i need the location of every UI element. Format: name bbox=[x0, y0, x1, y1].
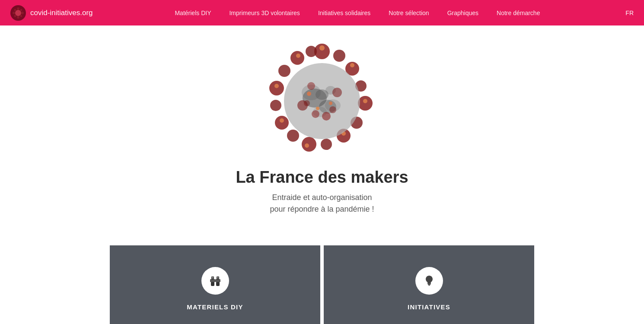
svg-rect-62 bbox=[428, 285, 430, 286]
svg-point-31 bbox=[274, 84, 279, 88]
card-materiels-diy[interactable]: MATERIELS DIY bbox=[110, 245, 320, 324]
svg-rect-61 bbox=[428, 284, 430, 285]
svg-point-22 bbox=[278, 65, 290, 77]
hero-section: La France des makers Entraide et auto-or… bbox=[0, 25, 644, 228]
svg-rect-53 bbox=[216, 282, 220, 286]
svg-point-42 bbox=[307, 92, 311, 96]
nav-item-notre-selection[interactable]: Notre sélection bbox=[382, 7, 436, 19]
card-label-diy: MATERIELS DIY bbox=[187, 303, 243, 311]
hero-title: La France des makers bbox=[236, 168, 408, 187]
svg-rect-54 bbox=[210, 279, 215, 282]
svg-point-0 bbox=[15, 10, 21, 16]
svg-point-3 bbox=[13, 12, 15, 14]
svg-point-59 bbox=[217, 277, 219, 279]
bulb-icon bbox=[422, 274, 436, 288]
svg-point-6 bbox=[20, 9, 22, 11]
svg-rect-55 bbox=[215, 279, 220, 282]
svg-rect-52 bbox=[211, 282, 214, 286]
language-selector[interactable]: FR bbox=[625, 10, 634, 16]
nav-item-graphiques[interactable]: Graphiques bbox=[440, 7, 485, 19]
svg-point-41 bbox=[316, 89, 328, 100]
svg-point-51 bbox=[304, 100, 310, 106]
svg-point-48 bbox=[307, 82, 315, 90]
brand-logo[interactable]: covid-initiatives.org bbox=[10, 5, 93, 21]
svg-point-5 bbox=[14, 9, 16, 11]
logo-icon bbox=[10, 5, 26, 21]
nav-item-notre-demarche[interactable]: Notre démarche bbox=[490, 7, 547, 19]
svg-point-26 bbox=[350, 63, 354, 67]
tools-icon bbox=[208, 274, 222, 288]
nav-item-imprimeurs[interactable]: Imprimeurs 3D volontaires bbox=[222, 7, 306, 19]
svg-point-58 bbox=[212, 277, 214, 279]
svg-point-18 bbox=[287, 130, 299, 142]
svg-point-1 bbox=[17, 7, 19, 10]
virus-svg bbox=[264, 43, 380, 159]
svg-rect-60 bbox=[427, 283, 431, 284]
svg-point-30 bbox=[280, 118, 284, 123]
svg-point-4 bbox=[21, 12, 24, 14]
card-initiatives[interactable]: INITIATIVES bbox=[324, 245, 534, 324]
navbar: covid-initiatives.org Matériels DIY Impr… bbox=[0, 0, 644, 25]
svg-point-27 bbox=[363, 99, 367, 103]
hero-subtitle: Entraide et auto-organisation pour répon… bbox=[270, 192, 374, 215]
svg-point-47 bbox=[322, 112, 331, 121]
virus-illustration bbox=[264, 43, 380, 159]
svg-point-17 bbox=[302, 137, 316, 152]
svg-point-23 bbox=[290, 51, 304, 65]
svg-point-2 bbox=[17, 16, 19, 19]
svg-point-50 bbox=[312, 110, 319, 118]
svg-point-16 bbox=[321, 139, 332, 150]
cards-section: MATERIELS DIY INITIATIVES bbox=[0, 245, 644, 324]
svg-point-32 bbox=[296, 54, 300, 58]
card-icon-wrapper-initiatives bbox=[415, 267, 443, 295]
svg-point-24 bbox=[306, 46, 317, 57]
svg-point-43 bbox=[329, 102, 332, 105]
svg-point-29 bbox=[305, 143, 309, 148]
svg-point-44 bbox=[316, 107, 319, 110]
svg-point-49 bbox=[329, 106, 336, 113]
nav-item-initiatives[interactable]: Initiatives solidaires bbox=[311, 7, 377, 19]
svg-point-8 bbox=[20, 15, 22, 17]
card-label-initiatives: INITIATIVES bbox=[408, 303, 450, 311]
main-nav: Matériels DIY Imprimeurs 3D volontaires … bbox=[93, 7, 622, 19]
card-icon-wrapper-diy bbox=[201, 267, 229, 295]
svg-point-25 bbox=[319, 45, 325, 51]
svg-point-7 bbox=[14, 15, 16, 17]
brand-text: covid-initiatives.org bbox=[30, 9, 93, 17]
svg-point-20 bbox=[270, 100, 281, 111]
svg-point-10 bbox=[333, 50, 345, 62]
nav-item-materiels-diy[interactable]: Matériels DIY bbox=[168, 7, 218, 19]
svg-point-46 bbox=[332, 88, 342, 97]
logo-svg bbox=[12, 7, 24, 19]
